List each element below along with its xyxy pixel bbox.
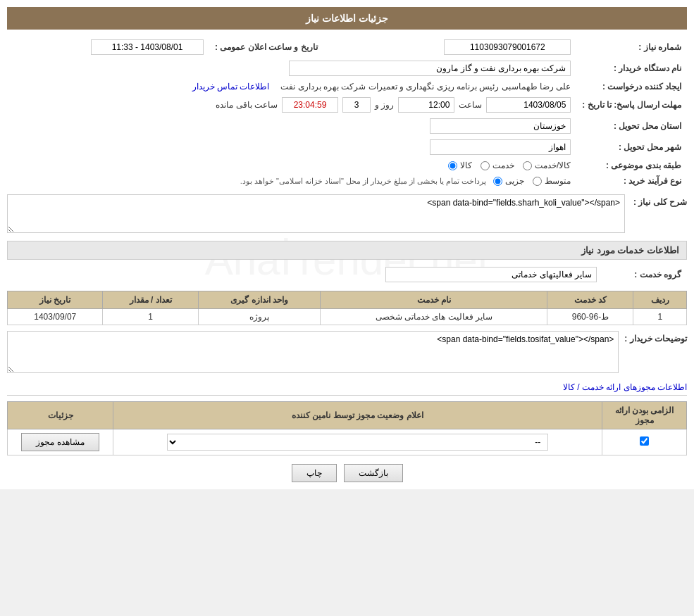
sharh-koli-label: شرح کلی نیاز : (631, 194, 687, 207)
tamas-khardar-link[interactable]: اطلاعات تماس خریدار (192, 82, 270, 92)
roz-label: روز و (375, 100, 394, 110)
saat-label: ساعت (459, 100, 482, 110)
kala-khedmat-label: کالا/خدمت (535, 161, 571, 170)
elzami-checkbox[interactable] (640, 436, 649, 446)
tosifat-section: توضیحات خریدار : <span data-bind="fields… (7, 331, 687, 375)
ostan-label: استان محل تحویل : (576, 115, 687, 137)
mohlat-time-input[interactable] (398, 97, 454, 113)
shahr-input[interactable] (430, 139, 571, 155)
col-name: نام خدمت (321, 291, 547, 309)
radio-khedmat[interactable]: خدمت (481, 161, 514, 170)
permissions-table: الزامی بودن ارائه مجوز اعلام وضعیت مجوز … (7, 401, 687, 455)
ijad-konande-value: علی رضا طهماسبی رئیس برنامه ریزی نگهداری… (280, 82, 571, 92)
shahr-label: شهر محل تحویل : (576, 137, 687, 158)
perm-col-elzami: الزامی بودن ارائه مجوز (602, 402, 687, 429)
col-count: تعداد / مقدار (103, 291, 198, 309)
notice-text: پرداخت تمام یا بخشی از مبلغ خریدار از مح… (240, 177, 487, 186)
gorohe-khedmat-label: گروه خدمت : (602, 264, 687, 285)
section-title: جزئیات اطلاعات نیاز (306, 13, 388, 24)
shomara-niaz-label: شماره نیاز : (576, 37, 687, 58)
name-dastgah-label: نام دستگاه خریدار : (576, 58, 687, 79)
gorohe-khedmat-input[interactable] (385, 267, 597, 282)
countdown-input (282, 97, 338, 113)
perm-checkbox-cell[interactable] (602, 429, 687, 455)
vaziat-select[interactable]: -- (167, 434, 549, 451)
gorohe-khedmat-table: گروه خدمت : (7, 264, 687, 285)
kala-label: کالا (460, 161, 472, 170)
ijad-konande-label: ایجاد کننده درخواست : (576, 79, 687, 94)
print-button[interactable]: چاپ (292, 464, 337, 482)
row-unit: پروژه (198, 309, 320, 325)
radio-jozei[interactable]: جزیی (493, 176, 524, 186)
col-date: تاریخ نیاز (8, 291, 103, 309)
tarikh-input[interactable] (91, 39, 204, 55)
baqi-mande-label: ساعت باقی مانده (216, 100, 278, 110)
tosifat-textarea[interactable]: <span data-bind="fields.tosifat_value"><… (7, 331, 619, 373)
tabaqe-label: طبقه بندی موضوعی : (576, 158, 687, 173)
col-unit: واحد اندازه گیری (198, 291, 320, 309)
name-dastgah-input[interactable] (289, 61, 571, 76)
perm-row: -- مشاهده مجوز (8, 429, 687, 455)
basic-info-table: شماره نیاز : تاریخ و ساعت اعلان عمومی : (7, 37, 687, 189)
services-table: ردیف کد خدمت نام خدمت واحد اندازه گیری ت… (7, 291, 687, 325)
perm-col-details: جزئیات (8, 402, 113, 429)
footer-buttons: چاپ بازگشت (7, 464, 687, 482)
mohlat-ersal-label: مهلت ارسال پاسخ: تا تاریخ : (576, 94, 687, 115)
mojavez-section-link[interactable]: اطلاعات مجوزهای ارائه خدمت / کالا (563, 382, 687, 392)
section-header: جزئیات اطلاعات نیاز (7, 7, 687, 30)
row-code: ط-96-960 (547, 309, 633, 325)
roz-input[interactable] (342, 97, 371, 113)
row-name: سایر فعالیت های خدماتی شخصی (321, 309, 547, 325)
now-farayand-label: نوع فرآیند خرید : (576, 173, 687, 189)
motawaset-label: متوسط (545, 176, 571, 186)
row-date: 1403/09/07 (8, 309, 103, 325)
col-radif: ردیف (633, 291, 687, 309)
ostan-input[interactable] (430, 118, 571, 134)
perm-details-cell[interactable]: مشاهده مجوز (8, 429, 113, 455)
table-row: 1 ط-96-960 سایر فعالیت های خدماتی شخصی پ… (8, 309, 687, 325)
sharh-koli-textarea[interactable]: <span data-bind="fields.sharh_koli_value… (7, 194, 625, 233)
khedmat-label: خدمت (492, 161, 514, 170)
perm-vaziat-cell[interactable]: -- (113, 429, 602, 455)
sharh-koli-section: شرح کلی نیاز : <span data-bind="fields.s… (7, 194, 687, 235)
radio-kala-khedmat[interactable]: کالا/خدمت (523, 161, 571, 170)
back-button[interactable]: بازگشت (344, 464, 403, 482)
shomara-niaz-input[interactable] (444, 39, 571, 55)
radio-kala[interactable]: کالا (448, 161, 472, 170)
jozei-label: جزیی (505, 176, 524, 186)
row-radif: 1 (633, 309, 687, 325)
radio-motawaset[interactable]: متوسط (533, 176, 571, 186)
col-code: کد خدمت (547, 291, 633, 309)
tarikh-label: تاریخ و ساعت اعلان عمومی : (209, 37, 323, 58)
tosifat-label: توضیحات خریدار : (624, 331, 687, 344)
perm-col-vaziat: اعلام وضعیت مجوز توسط نامین کننده (113, 402, 602, 429)
khadamat-section-header: اطلاعات خدمات مورد نیاز (7, 241, 687, 260)
mohlat-date-input[interactable] (486, 97, 571, 113)
mashahede-mojavez-button[interactable]: مشاهده مجوز (21, 433, 99, 451)
row-count: 1 (103, 309, 198, 325)
